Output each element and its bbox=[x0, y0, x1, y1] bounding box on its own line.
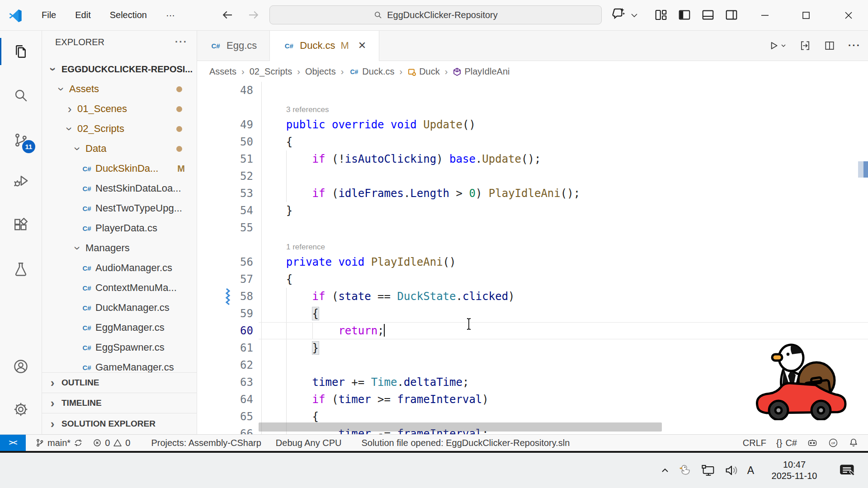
line-number[interactable]: 51 bbox=[197, 150, 260, 168]
sidebar-item-settings[interactable] bbox=[0, 390, 41, 428]
code-line-57[interactable]: 57 { bbox=[197, 271, 868, 288]
line-number[interactable]: 65 bbox=[197, 408, 260, 425]
breadcrumb-playidleani-method[interactable]: PlayIdleAni bbox=[453, 66, 509, 77]
line-number[interactable]: 66 bbox=[197, 425, 260, 434]
command-center-search[interactable]: EggDuckClicker-Repository bbox=[269, 5, 602, 24]
sidebar-item-explorer[interactable] bbox=[0, 33, 41, 70]
tree-item-duckmanager-cs[interactable]: C#DuckManager.cs bbox=[42, 298, 197, 318]
line-number[interactable]: 53 bbox=[197, 185, 260, 202]
copilot-icon[interactable] bbox=[611, 7, 627, 22]
notification-center-icon[interactable] bbox=[839, 463, 855, 478]
section-timeline[interactable]: › TIMELINE bbox=[42, 393, 197, 413]
horizontal-scrollbar[interactable] bbox=[259, 422, 662, 432]
explorer-more-actions[interactable]: ··· bbox=[175, 36, 188, 48]
overview-ruler-marker[interactable] bbox=[858, 161, 868, 178]
sidebar-item-source-control[interactable]: 11 bbox=[0, 121, 41, 159]
code-line-49[interactable]: 49 public override void Update() bbox=[197, 116, 868, 133]
code-line-54[interactable]: 54 } bbox=[197, 202, 868, 219]
tab-duck-cs[interactable]: C# Duck.cs M ✕ bbox=[270, 30, 379, 61]
volume-icon[interactable] bbox=[724, 463, 739, 478]
sidebar-item-extensions[interactable] bbox=[0, 207, 41, 245]
copilot-status[interactable] bbox=[802, 435, 823, 451]
sidebar-item-accounts[interactable] bbox=[0, 347, 41, 385]
tree-item-data[interactable]: ›Data bbox=[42, 139, 197, 159]
code-line-58[interactable]: 58 if (state == DuckState.clicked) bbox=[197, 288, 868, 305]
close-button[interactable] bbox=[838, 6, 859, 24]
section-solution-explorer[interactable]: › SOLUTION EXPLORER bbox=[42, 413, 197, 434]
line-number[interactable]: 50 bbox=[197, 133, 260, 150]
tree-item-01-scenes[interactable]: ›01_Scenes bbox=[42, 99, 197, 119]
breadcrumb-assets[interactable]: Assets bbox=[209, 66, 236, 77]
line-number[interactable]: 62 bbox=[197, 357, 260, 374]
line-number[interactable]: 61 bbox=[197, 339, 260, 357]
menu-selection[interactable]: Selection bbox=[110, 10, 147, 20]
breadcrumb-objects[interactable]: Objects bbox=[305, 66, 336, 77]
tree-item-managers[interactable]: ›Managers bbox=[42, 238, 197, 258]
codelens-references[interactable]: 1 reference bbox=[197, 236, 868, 253]
breadcrumb-duck-class[interactable]: Duck bbox=[407, 66, 440, 77]
minimize-button[interactable] bbox=[755, 6, 775, 24]
solution-status[interactable]: Solution file opened: EggDuckClicker-Rep… bbox=[356, 435, 575, 451]
back-button[interactable] bbox=[221, 8, 234, 22]
line-number[interactable]: 49 bbox=[197, 116, 260, 133]
line-number[interactable]: 52 bbox=[197, 168, 260, 185]
maximize-button[interactable] bbox=[796, 6, 816, 24]
line-number[interactable]: 59 bbox=[197, 305, 260, 322]
split-editor-icon[interactable] bbox=[824, 40, 835, 52]
tree-item-02-scripts[interactable]: ›02_Scripts bbox=[42, 119, 197, 139]
customize-layout-icon[interactable] bbox=[654, 8, 668, 22]
remote-indicator[interactable]: >< bbox=[0, 435, 26, 451]
line-number[interactable]: 63 bbox=[197, 374, 260, 391]
problems-status[interactable]: 0 0 bbox=[88, 435, 135, 451]
code-line-59[interactable]: 59 { bbox=[197, 305, 868, 322]
section-outline[interactable]: › OUTLINE bbox=[42, 372, 197, 393]
duck-pet-tray-icon[interactable] bbox=[679, 463, 693, 478]
tree-item-nestskindataloa[interactable]: C#NestSkinDataLoa... bbox=[42, 178, 197, 198]
breadcrumb-duck-cs[interactable]: C# Duck.cs bbox=[349, 66, 394, 77]
tree-item-eggspawner-cs[interactable]: C#EggSpawner.cs bbox=[42, 338, 197, 357]
tree-item-playerdata-cs[interactable]: C#PlayerData.cs bbox=[42, 218, 197, 238]
code-line-53[interactable]: 53 if (idleFrames.Length > 0) PlayIdleAn… bbox=[197, 185, 868, 202]
run-button[interactable] bbox=[768, 40, 787, 52]
line-number[interactable]: 54 bbox=[197, 202, 260, 219]
tree-item-duckskinda[interactable]: C#DuckSkinDa...M bbox=[42, 159, 197, 178]
code-line-60[interactable]: 60 return; bbox=[197, 322, 868, 339]
sidebar-item-testing[interactable] bbox=[0, 250, 41, 288]
line-number[interactable]: 56 bbox=[197, 253, 260, 271]
menu-file[interactable]: File bbox=[42, 10, 56, 20]
line-number[interactable]: 60 bbox=[197, 322, 260, 339]
forward-button[interactable] bbox=[247, 8, 260, 22]
open-changes-icon[interactable] bbox=[799, 40, 811, 52]
code-line-55[interactable]: 55 bbox=[197, 219, 868, 236]
code-line-48[interactable]: 48 bbox=[197, 82, 868, 99]
csharp-devkit-status[interactable]: c# bbox=[823, 435, 844, 451]
language-status[interactable]: {} C# bbox=[771, 435, 802, 451]
tree-item-contextmenuma[interactable]: C#ContextMenuMa... bbox=[42, 278, 197, 298]
menu-edit[interactable]: Edit bbox=[75, 10, 90, 20]
toggle-sidebar-icon[interactable] bbox=[678, 8, 691, 22]
tree-item-eggmanager-cs[interactable]: C#EggManager.cs bbox=[42, 318, 197, 338]
chevron-down-icon[interactable] bbox=[630, 13, 638, 18]
code-line-52[interactable]: 52 bbox=[197, 168, 868, 185]
notifications-status[interactable] bbox=[844, 435, 863, 451]
git-branch-status[interactable]: main* bbox=[30, 435, 88, 451]
sidebar-item-run-debug[interactable] bbox=[0, 162, 41, 200]
tab-egg-cs[interactable]: C# Egg.cs bbox=[197, 30, 270, 61]
more-actions-icon[interactable]: ··· bbox=[848, 40, 861, 52]
menu-more[interactable]: ··· bbox=[166, 10, 175, 20]
code-line-56[interactable]: 56 private void PlayIdleAni() bbox=[197, 253, 868, 271]
close-icon[interactable]: ✕ bbox=[358, 40, 366, 52]
code-line-51[interactable]: 51 if (!isAutoClicking) base.Update(); bbox=[197, 150, 868, 168]
ime-language-indicator[interactable]: A bbox=[747, 465, 754, 477]
tree-item-gamemanager-cs[interactable]: C#GameManager.cs bbox=[42, 357, 197, 372]
tray-expand-icon[interactable] bbox=[660, 465, 670, 476]
taskbar-clock[interactable]: 10:47 2025-11-10 bbox=[762, 459, 826, 482]
code-line-50[interactable]: 50 { bbox=[197, 133, 868, 150]
codelens-references[interactable]: 3 references bbox=[197, 99, 868, 116]
line-number[interactable]: 55 bbox=[197, 219, 260, 236]
tree-item-audiomanager-cs[interactable]: C#AudioManager.cs bbox=[42, 258, 197, 278]
network-icon[interactable] bbox=[701, 463, 716, 478]
tree-item-nesttwotypeupg[interactable]: C#NestTwoTypeUpg... bbox=[42, 198, 197, 218]
breadcrumb-02-scripts[interactable]: 02_Scripts bbox=[250, 66, 292, 77]
projects-status[interactable]: Projects: Assembly-CSharp bbox=[146, 435, 266, 451]
